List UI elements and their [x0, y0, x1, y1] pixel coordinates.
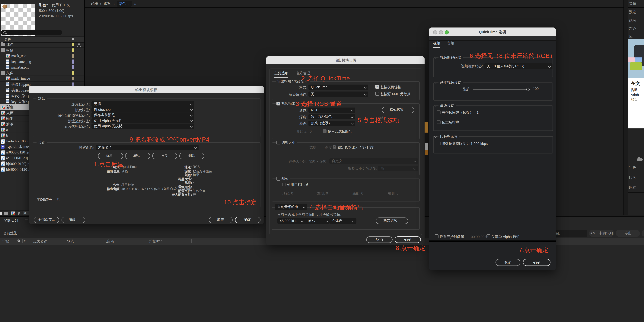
list-item[interactable]: 横幅	[0, 48, 84, 53]
dialog-titlebar[interactable]: 输出模块设置	[266, 56, 424, 64]
dropdown[interactable]: Photoshop	[92, 107, 194, 112]
quality-slider-knob[interactable]	[526, 88, 530, 91]
resize-preset-dropdown[interactable]: 自定义	[330, 158, 418, 164]
tab-audio[interactable]: 音频	[447, 41, 454, 46]
list-item[interactable]: namebg.png	[0, 65, 84, 70]
dock-tab-character[interactable]: 字符	[629, 165, 636, 170]
include-xmp-checkbox[interactable]	[375, 92, 379, 96]
tab-color-active[interactable]: 彩色 ‹	[117, 1, 132, 7]
label-chip[interactable]	[72, 82, 74, 86]
save-all-button[interactable]: 全部保存...	[34, 217, 59, 223]
dock-tab-paragraph[interactable]: 段落	[629, 175, 636, 180]
col-started[interactable]: 已启动	[103, 239, 114, 244]
cancel-button[interactable]: 取消	[496, 259, 520, 266]
col-label-icon[interactable]	[17, 239, 20, 242]
column-divider[interactable]	[22, 239, 22, 243]
include-project-link-checkbox[interactable]	[375, 85, 379, 89]
label-chip[interactable]	[72, 65, 74, 69]
load-button[interactable]: 加载...	[62, 217, 85, 223]
resize-quality-dropdown[interactable]: 高	[378, 166, 418, 171]
list-item[interactable]: 纯色	[0, 42, 84, 48]
column-divider[interactable]	[65, 239, 65, 243]
lock-aspect-checkbox[interactable]	[333, 145, 336, 148]
list-item[interactable]: mask_image	[0, 76, 84, 82]
list-header[interactable]: 名称	[0, 36, 84, 43]
new-button[interactable]: 新建...	[98, 153, 123, 159]
bit-depth-button[interactable]: 8 b	[23, 211, 30, 215]
ok-button[interactable]: 确定	[235, 217, 260, 223]
tab-mask[interactable]: 遮罩	[104, 2, 110, 7]
dock-tab-audio[interactable]: 音频	[629, 2, 636, 7]
video-output-checkbox[interactable]	[276, 102, 280, 105]
new-comp-icon[interactable]	[11, 211, 15, 215]
column-divider[interactable]	[29, 239, 29, 243]
edit-button[interactable]: 编辑...	[125, 153, 150, 159]
list-item[interactable]: mask_text	[0, 53, 84, 59]
dialog-titlebar[interactable]: QuickTime 选项	[429, 28, 556, 36]
label-chip[interactable]	[72, 77, 74, 81]
format-dropdown[interactable]: QuickTime	[308, 85, 368, 90]
stop-button[interactable]: 停止	[616, 230, 640, 237]
tab-output[interactable]: 输出	[91, 2, 98, 7]
label-chip[interactable]	[72, 54, 74, 58]
depth-dropdown[interactable]: 数百万种颜色	[308, 114, 355, 119]
quality-slider-track[interactable]	[473, 90, 527, 90]
column-divider[interactable]	[101, 239, 101, 243]
dialog-titlebar[interactable]: 输出模块模板	[29, 86, 264, 93]
tab-main-options[interactable]: 主要选项	[274, 71, 288, 76]
keyframe-interval-checkbox[interactable]	[437, 110, 440, 114]
column-divider[interactable]	[191, 239, 192, 243]
codec-dropdown[interactable]: 无（8 位未压缩的 RGB）	[484, 63, 552, 69]
label-chip[interactable]	[72, 48, 74, 52]
libraries-card[interactable]: 在文 借助 Adob 和重	[628, 39, 644, 128]
col-number[interactable]: #	[24, 239, 26, 243]
col-render[interactable]: 渲染	[2, 239, 10, 244]
flowchart-icon[interactable]	[78, 44, 80, 45]
folder-icon[interactable]	[4, 212, 8, 214]
dropdown[interactable]: 保存当前预览	[92, 113, 194, 118]
cancel-button[interactable]: 取消	[366, 236, 392, 243]
resize-checkbox[interactable]	[276, 141, 280, 144]
use-roi-checkbox[interactable]	[282, 183, 286, 186]
render-queue-tab[interactable]: 渲染队列	[3, 218, 18, 224]
dock-tab-effects[interactable]: 效果	[629, 18, 636, 23]
column-divider[interactable]	[16, 239, 16, 243]
ok-button[interactable]: 确定	[523, 259, 550, 266]
ok-button[interactable]: 确定	[394, 236, 421, 243]
audio-output-dropdown[interactable]: 自动音频输出	[275, 204, 307, 210]
channel-dropdown[interactable]: RGB	[308, 108, 355, 113]
column-divider[interactable]	[147, 239, 147, 243]
panel-menu-icon[interactable]	[24, 220, 28, 220]
search-options-caret[interactable]: ▾	[8, 32, 8, 34]
caret-down-icon[interactable]: ▼	[46, 4, 48, 6]
section-chevron-icon[interactable]	[434, 56, 437, 59]
tab-video[interactable]: 视频	[433, 41, 440, 46]
limit-datarate-checkbox[interactable]	[437, 142, 440, 145]
format-options-button[interactable]: 格式选项...	[382, 107, 414, 113]
dropdown[interactable]: 使用 Alpha 无损耗	[92, 124, 194, 129]
dropdown[interactable]: 使用 Alpha 无损耗	[92, 118, 194, 123]
section-chevron-icon[interactable]	[434, 135, 437, 138]
dock-tab-align[interactable]: 对齐	[629, 26, 636, 31]
dropdown[interactable]: 无损	[92, 101, 194, 107]
duplicate-button[interactable]: 复制	[152, 153, 177, 159]
dock-tab-tracker[interactable]: 跟踪	[629, 185, 636, 190]
bit-depth-dropdown[interactable]: 16 位	[305, 218, 330, 224]
queue-in-ame-button[interactable]: AME 中的队列	[589, 230, 614, 237]
list-item[interactable]: keyname.png	[0, 59, 84, 65]
list-item[interactable]: 头像	[0, 70, 84, 76]
section-chevron-icon[interactable]	[434, 81, 437, 84]
render-button-clipped[interactable]	[642, 230, 644, 237]
channels-dropdown[interactable]: 立体声	[330, 218, 356, 224]
label-column-icon[interactable]	[71, 37, 75, 41]
label-chip[interactable]	[72, 71, 74, 75]
col-render-time[interactable]: 渲染时间	[149, 239, 163, 244]
audio-format-options-button[interactable]: 格式选项...	[376, 217, 408, 224]
page-icon[interactable]	[0, 212, 2, 215]
render-time-field[interactable]: 间:	[554, 230, 588, 237]
set-start-timecode-checkbox[interactable]	[435, 234, 438, 238]
delete-button[interactable]: 删除	[179, 153, 204, 159]
sample-rate-dropdown[interactable]: 48.000 kHz	[277, 218, 305, 224]
color-dropdown[interactable]: 预乘（遮罩）	[308, 121, 355, 126]
search-input[interactable]: ▾	[1, 30, 62, 35]
